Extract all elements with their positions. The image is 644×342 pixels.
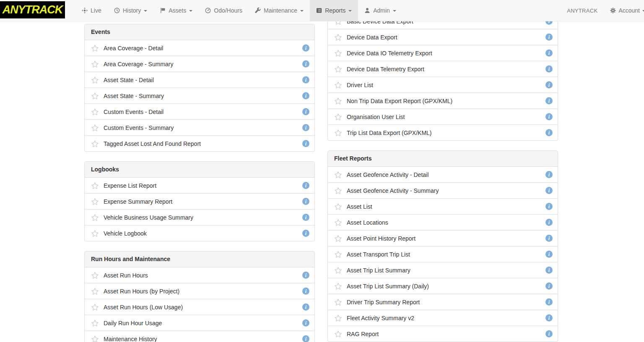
nav-item-maintenance[interactable]: Maintenance [249,0,310,21]
star-icon[interactable] [91,335,99,342]
star-icon[interactable] [334,129,342,137]
brand-logo[interactable]: ANYTRACK [0,1,65,18]
report-row[interactable]: Trip List Data Export (GPX/KML) i [328,124,558,140]
star-icon[interactable] [334,49,342,57]
info-icon[interactable]: i [545,113,553,120]
star-icon[interactable] [334,219,342,226]
info-icon[interactable]: i [545,81,553,88]
report-row[interactable]: Area Coverage - Summary i [85,56,314,72]
info-icon[interactable]: i [545,171,553,178]
report-row[interactable]: Device Data Export i [328,29,558,45]
report-row[interactable]: RAG Report i [328,326,558,342]
report-row[interactable]: Vehicle Business Usage Summary i [85,209,314,225]
report-row[interactable]: Driver Trip Summary Report i [328,294,558,310]
star-icon[interactable] [334,330,342,338]
info-icon[interactable]: i [545,235,553,242]
info-icon[interactable]: i [302,288,309,295]
report-row[interactable]: Tagged Asset Lost And Found Report i [85,135,314,151]
info-icon[interactable]: i [302,335,309,342]
info-icon[interactable]: i [545,219,553,226]
star-icon[interactable] [334,251,342,258]
info-icon[interactable]: i [302,230,309,237]
star-icon[interactable] [91,76,99,84]
star-icon[interactable] [91,140,99,148]
info-icon[interactable]: i [302,319,309,326]
star-icon[interactable] [334,298,342,306]
info-icon[interactable]: i [302,303,309,311]
nav-item-odo-hours[interactable]: Odo/Hours [199,0,249,21]
report-row[interactable]: Driver List i [328,77,558,93]
star-icon[interactable] [334,187,342,194]
star-icon[interactable] [91,60,99,68]
report-row[interactable]: Area Coverage - Detail i [85,40,314,56]
star-icon[interactable] [91,92,99,100]
star-icon[interactable] [91,214,99,221]
info-icon[interactable]: i [302,44,309,52]
report-row[interactable]: Asset Trip List Summary i [328,262,558,278]
report-row[interactable]: Expense List Report i [85,178,314,193]
info-icon[interactable]: i [302,140,309,147]
report-row[interactable]: Custom Events - Summary i [85,119,314,135]
info-icon[interactable]: i [545,298,553,306]
report-row[interactable]: Asset Run Hours (by Project) i [85,283,314,299]
info-icon[interactable]: i [302,272,309,279]
star-icon[interactable] [334,97,342,105]
nav-item-reports[interactable]: Reports [310,0,358,21]
report-row[interactable]: Daily Run Hour Usage i [85,315,314,331]
nav-item-assets[interactable]: Assets [153,0,199,21]
report-row[interactable]: Asset State - Detail i [85,72,314,88]
info-icon[interactable]: i [545,314,553,321]
star-icon[interactable] [334,65,342,73]
report-row[interactable]: Organisation User List i [328,109,558,124]
info-icon[interactable]: i [302,108,309,115]
star-icon[interactable] [334,171,342,179]
info-icon[interactable]: i [545,97,553,104]
info-icon[interactable]: i [545,187,553,194]
report-row[interactable]: Device Data IO Telemetry Export i [328,45,558,61]
info-icon[interactable]: i [302,214,309,221]
info-icon[interactable]: i [545,129,553,136]
report-row[interactable]: Asset Run Hours i [85,267,314,283]
report-row[interactable]: Asset State - Summary i [85,88,314,104]
report-row[interactable]: Non Trip Data Export Report (GPX/KML) i [328,93,558,109]
info-icon[interactable]: i [545,203,553,210]
report-row[interactable]: Asset List i [328,198,558,214]
report-row[interactable]: Custom Events - Detail i [85,104,314,119]
star-icon[interactable] [91,198,99,205]
star-icon[interactable] [334,113,342,121]
nav-item-history[interactable]: History [108,0,154,21]
report-row[interactable]: Fleet Activity Summary v2 i [328,310,558,326]
info-icon[interactable]: i [302,182,309,189]
report-row[interactable]: Asset Trip List Summary (Daily) i [328,278,558,294]
report-row[interactable]: Expense Summary Report i [85,193,314,209]
info-icon[interactable]: i [545,65,553,73]
report-row[interactable]: Asset Locations i [328,214,558,230]
star-icon[interactable] [91,230,99,237]
star-icon[interactable] [91,288,99,295]
account-menu[interactable]: Account [610,7,644,14]
info-icon[interactable]: i [545,282,553,290]
info-icon[interactable]: i [302,198,309,205]
info-icon[interactable]: i [302,76,309,83]
info-icon[interactable]: i [545,49,553,57]
star-icon[interactable] [91,124,99,132]
star-icon[interactable] [334,203,342,210]
info-icon[interactable]: i [302,124,309,131]
report-row[interactable]: Asset Run Hours (Low Usage) i [85,299,314,315]
report-row[interactable]: Asset Geofence Activity - Detail i [328,167,558,182]
star-icon[interactable] [91,108,99,116]
star-icon[interactable] [91,319,99,327]
info-icon[interactable]: i [302,60,309,67]
star-icon[interactable] [334,34,342,41]
report-row[interactable]: Vehicle Logbook i [85,225,314,241]
nav-item-admin[interactable]: Admin [358,0,402,21]
star-icon[interactable] [91,182,99,189]
star-icon[interactable] [334,81,342,89]
star-icon[interactable] [91,303,99,311]
report-row[interactable]: Asset Transport Trip List i [328,246,558,262]
report-row[interactable]: Maintenance History i [85,331,314,342]
report-row[interactable]: Device Data Telemetry Export i [328,61,558,77]
info-icon[interactable]: i [545,267,553,274]
info-icon[interactable]: i [545,251,553,258]
star-icon[interactable] [91,272,99,279]
